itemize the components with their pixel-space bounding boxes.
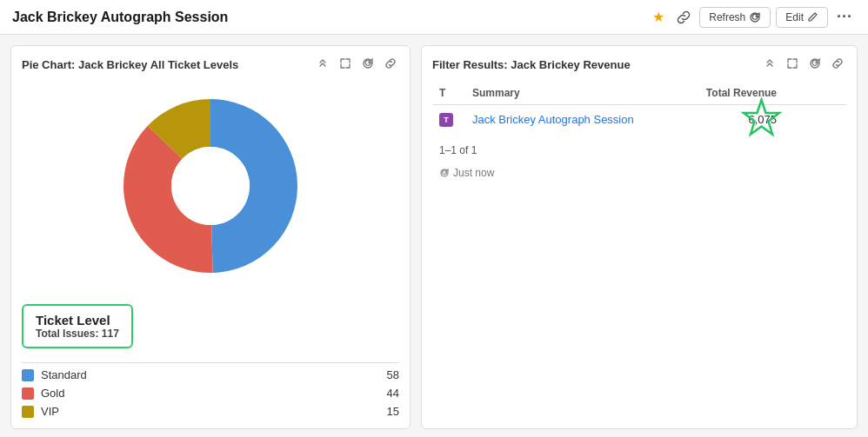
expand-icon[interactable] <box>337 56 354 73</box>
legend-box-title: Ticket Level <box>36 313 119 328</box>
legend-divider <box>22 362 399 363</box>
link-panel-icon[interactable] <box>382 56 399 73</box>
filter-table: T Summary Total Revenue T Jack Brickey A… <box>432 82 846 134</box>
edit-button[interactable]: Edit <box>776 7 828 28</box>
legend-total: 117 <box>102 328 119 340</box>
donut-chart <box>106 82 315 290</box>
refresh-small-icon <box>439 168 450 178</box>
issue-type-icon: T <box>439 113 453 127</box>
legend-box: Ticket Level Total Issues: 117 <box>22 304 133 348</box>
top-bar: Jack Brickey Autograph Session ★ Refresh… <box>0 0 868 35</box>
refresh-info: Just now <box>432 165 846 181</box>
legend-item-left: Standard <box>22 368 87 381</box>
legend-item-label: Gold <box>41 387 64 400</box>
r-refresh-icon[interactable] <box>806 56 824 73</box>
toolbar-actions: ★ Refresh Edit ··· <box>649 6 856 28</box>
legend-item-label: VIP <box>41 405 59 418</box>
refresh-panel-icon[interactable] <box>359 56 377 73</box>
refresh-label: Refresh <box>709 11 745 23</box>
collapse-icon[interactable] <box>314 56 331 73</box>
legend-items: Standard 58 Gold 44 VIP 15 <box>22 368 399 418</box>
more-button[interactable]: ··· <box>833 6 856 28</box>
legend-item-left: Gold <box>22 387 64 400</box>
edit-label: Edit <box>785 11 804 23</box>
link-button[interactable] <box>673 9 694 26</box>
legend-color-swatch <box>22 406 34 418</box>
legend-item-label: Standard <box>41 368 87 381</box>
r-collapse-icon[interactable] <box>761 56 778 73</box>
pagination-info: 1–1 of 1 <box>432 141 846 160</box>
edit-icon <box>807 11 818 23</box>
star-button[interactable]: ★ <box>649 7 668 27</box>
cell-type: T <box>432 105 465 135</box>
r-expand-icon[interactable] <box>784 56 801 73</box>
more-icon: ··· <box>837 8 852 26</box>
legend-sub-label: Total Issues: <box>36 328 102 340</box>
right-panel-header: Filter Results: Jack Brickey Revenue <box>432 56 846 73</box>
main-content: Pie Chart: Jack Brickey All Ticket Level… <box>0 35 868 437</box>
star-icon: ★ <box>652 9 664 25</box>
legend-item: VIP 15 <box>22 405 399 418</box>
legend-item-left: VIP <box>22 405 59 418</box>
legend-color-swatch <box>22 387 34 400</box>
legend-item-value: 15 <box>387 405 399 418</box>
legend-item: Gold 44 <box>22 387 399 400</box>
refresh-time: Just now <box>453 167 494 179</box>
issue-link[interactable]: Jack Brickey Autograph Session <box>472 113 634 126</box>
right-panel-title: Filter Results: Jack Brickey Revenue <box>432 58 631 71</box>
right-panel: Filter Results: Jack Brickey Revenue <box>421 45 858 429</box>
svg-point-0 <box>171 147 250 225</box>
col-revenue: Total Revenue <box>672 82 846 105</box>
left-panel: Pie Chart: Jack Brickey All Ticket Level… <box>10 45 411 429</box>
legend-item: Standard 58 <box>22 368 399 381</box>
link-icon <box>677 10 691 24</box>
cell-summary[interactable]: Jack Brickey Autograph Session <box>465 105 672 135</box>
donut-chart-container <box>22 82 399 290</box>
refresh-icon <box>749 11 761 23</box>
left-panel-header: Pie Chart: Jack Brickey All Ticket Level… <box>22 56 399 73</box>
r-link-icon[interactable] <box>829 56 846 73</box>
table-header-row: T Summary Total Revenue <box>432 82 846 105</box>
right-panel-body: T Summary Total Revenue T Jack Brickey A… <box>432 82 846 181</box>
col-summary: Summary <box>465 82 672 105</box>
cell-revenue: 6,075 <box>672 105 846 135</box>
left-panel-title: Pie Chart: Jack Brickey All Ticket Level… <box>22 58 238 71</box>
legend-item-value: 58 <box>387 368 399 381</box>
legend-color-swatch <box>22 369 34 381</box>
page-title: Jack Brickey Autograph Session <box>12 10 228 25</box>
legend-box-subtitle: Total Issues: 117 <box>36 328 119 340</box>
table-row: T Jack Brickey Autograph Session 6,075 <box>432 105 846 135</box>
col-type: T <box>432 82 465 105</box>
legend-item-value: 44 <box>387 387 399 400</box>
refresh-button[interactable]: Refresh <box>699 7 771 28</box>
left-panel-icons <box>314 56 399 73</box>
right-panel-icons <box>761 56 846 73</box>
